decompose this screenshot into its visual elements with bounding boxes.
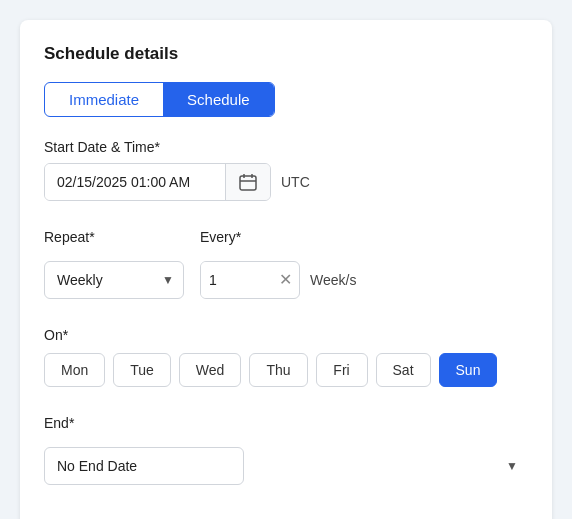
end-select[interactable]: No End Date On Date After Occurrences <box>44 447 244 485</box>
on-row: On* Mon Tue Wed Thu Fri Sat Sun <box>44 327 528 387</box>
day-mon[interactable]: Mon <box>44 353 105 387</box>
end-row: End* No End Date On Date After Occurrenc… <box>44 415 528 485</box>
every-unit-label: Week/s <box>310 272 356 288</box>
every-input[interactable] <box>201 262 271 298</box>
svg-rect-0 <box>240 176 256 190</box>
day-fri[interactable]: Fri <box>316 353 368 387</box>
end-label: End* <box>44 415 528 431</box>
schedule-tab[interactable]: Schedule <box>163 83 274 116</box>
date-input-wrapper <box>44 163 271 201</box>
day-sat[interactable]: Sat <box>376 353 431 387</box>
timezone-label: UTC <box>281 174 310 190</box>
mode-toggle-group: Immediate Schedule <box>44 82 275 117</box>
repeat-col: Repeat* Weekly Daily Monthly Yearly ▼ <box>44 229 184 299</box>
end-dropdown-arrow-icon: ▼ <box>506 459 518 473</box>
start-datetime-row: UTC <box>44 163 528 201</box>
day-tue[interactable]: Tue <box>113 353 171 387</box>
day-thu[interactable]: Thu <box>249 353 307 387</box>
every-col: Every* ✕ Week/s <box>200 229 356 299</box>
day-wed[interactable]: Wed <box>179 353 242 387</box>
immediate-tab[interactable]: Immediate <box>45 83 163 116</box>
on-label: On* <box>44 327 528 343</box>
repeat-select[interactable]: Weekly Daily Monthly Yearly <box>44 261 184 299</box>
calendar-button[interactable] <box>225 164 270 200</box>
repeat-select-wrapper: Weekly Daily Monthly Yearly ▼ <box>44 261 184 299</box>
every-clear-button[interactable]: ✕ <box>271 272 300 288</box>
every-input-wrapper: ✕ <box>200 261 300 299</box>
every-label: Every* <box>200 229 356 245</box>
day-sun[interactable]: Sun <box>439 353 498 387</box>
start-datetime-label: Start Date & Time* <box>44 139 528 155</box>
repeat-label: Repeat* <box>44 229 184 245</box>
repeat-every-row: Repeat* Weekly Daily Monthly Yearly ▼ Ev… <box>44 229 528 299</box>
calendar-icon <box>238 172 258 192</box>
schedule-details-card: Schedule details Immediate Schedule Star… <box>20 20 552 519</box>
end-select-wrapper: No End Date On Date After Occurrences ▼ <box>44 447 528 485</box>
start-datetime-input[interactable] <box>45 164 225 200</box>
card-title: Schedule details <box>44 44 528 64</box>
days-group: Mon Tue Wed Thu Fri Sat Sun <box>44 353 528 387</box>
